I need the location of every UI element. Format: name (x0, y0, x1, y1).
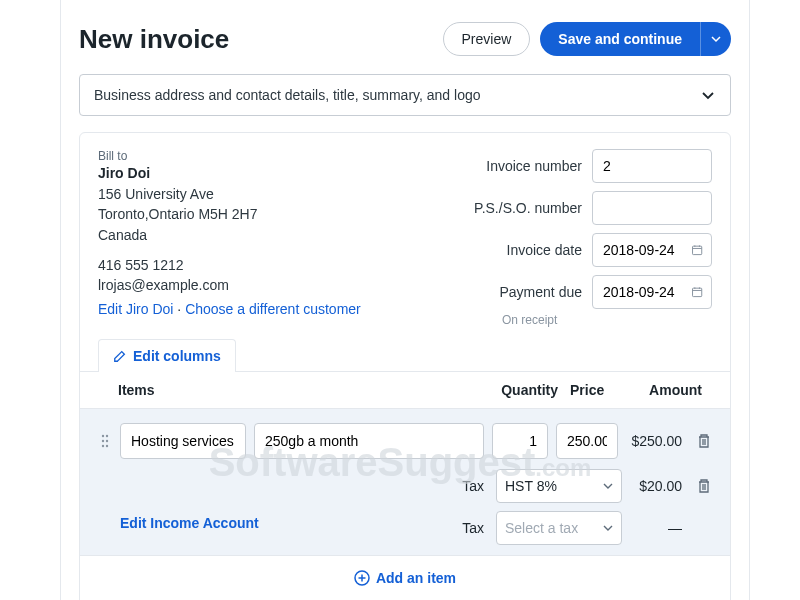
tax-label-2: Tax (98, 520, 488, 536)
save-dropdown-button[interactable] (700, 22, 731, 56)
svg-point-8 (102, 435, 104, 437)
pso-number-label: P.S./S.O. number (474, 200, 582, 216)
tax-select-2[interactable]: Select a tax (496, 511, 622, 545)
bill-to-addr3: Canada (98, 225, 372, 245)
tax-label-1: Tax (98, 478, 488, 494)
item-price-input[interactable] (556, 423, 618, 459)
item-qty-input[interactable] (492, 423, 548, 459)
calendar-icon (691, 243, 703, 257)
payment-due-field[interactable] (603, 284, 691, 300)
trash-icon[interactable] (696, 433, 712, 449)
calendar-icon (691, 285, 703, 299)
preview-button[interactable]: Preview (443, 22, 531, 56)
svg-point-12 (102, 445, 104, 447)
item-desc-input[interactable] (254, 423, 484, 459)
bill-to-addr2: Toronto,Ontario M5H 2H7 (98, 204, 372, 224)
invoice-date-label: Invoice date (507, 242, 583, 258)
tax-select-1-value: HST 8% (505, 478, 557, 494)
page-title: New invoice (79, 24, 229, 55)
caret-down-icon (711, 34, 721, 44)
item-amount: $250.00 (626, 433, 682, 449)
separator: · (173, 301, 185, 317)
choose-customer-link[interactable]: Choose a different customer (185, 301, 361, 317)
add-item-label: Add an item (376, 570, 456, 586)
pso-number-input[interactable] (592, 191, 712, 225)
caret-down-icon (603, 481, 613, 491)
invoice-number-label: Invoice number (486, 158, 582, 174)
bill-to-addr1: 156 University Ave (98, 184, 372, 204)
svg-rect-0 (692, 246, 701, 254)
edit-columns-label: Edit columns (133, 348, 221, 364)
th-items: Items (98, 382, 488, 398)
tax-select-2-placeholder: Select a tax (505, 520, 578, 536)
tax-1-amount: $20.00 (630, 478, 682, 494)
expand-details-bar[interactable]: Business address and contact details, ti… (79, 74, 731, 116)
edit-columns-button[interactable]: Edit columns (98, 339, 236, 372)
item-name-input[interactable] (120, 423, 246, 459)
invoice-number-input[interactable] (592, 149, 712, 183)
chevron-down-icon (700, 87, 716, 103)
expand-details-label: Business address and contact details, ti… (94, 87, 481, 103)
bill-to-name: Jiro Doi (98, 165, 372, 181)
add-item-button[interactable]: Add an item (80, 555, 730, 600)
caret-down-icon (603, 523, 613, 533)
pencil-icon (113, 349, 127, 363)
payment-due-label: Payment due (500, 284, 583, 300)
svg-point-10 (102, 440, 104, 442)
svg-point-11 (106, 440, 108, 442)
svg-point-13 (106, 445, 108, 447)
edit-customer-link[interactable]: Edit Jiro Doi (98, 301, 173, 317)
th-quantity: Quantity (488, 382, 558, 398)
line-item-row: $250.00 (98, 423, 712, 459)
th-price: Price (558, 382, 620, 398)
tax-2-amount: — (630, 520, 682, 536)
bill-to-phone: 416 555 1212 (98, 255, 372, 275)
invoice-date-input[interactable] (592, 233, 712, 267)
payment-due-input[interactable] (592, 275, 712, 309)
drag-handle-icon[interactable] (98, 434, 112, 448)
invoice-date-field[interactable] (603, 242, 691, 258)
on-receipt-hint: On receipt (502, 313, 712, 327)
bill-to-email: lrojas@example.com (98, 275, 372, 295)
save-continue-button[interactable]: Save and continue (540, 22, 700, 56)
th-amount: Amount (620, 382, 712, 398)
tax-select-1[interactable]: HST 8% (496, 469, 622, 503)
trash-icon[interactable] (696, 478, 712, 494)
svg-rect-4 (692, 288, 701, 296)
bill-to-label: Bill to (98, 149, 372, 163)
plus-circle-icon (354, 570, 370, 586)
svg-point-9 (106, 435, 108, 437)
